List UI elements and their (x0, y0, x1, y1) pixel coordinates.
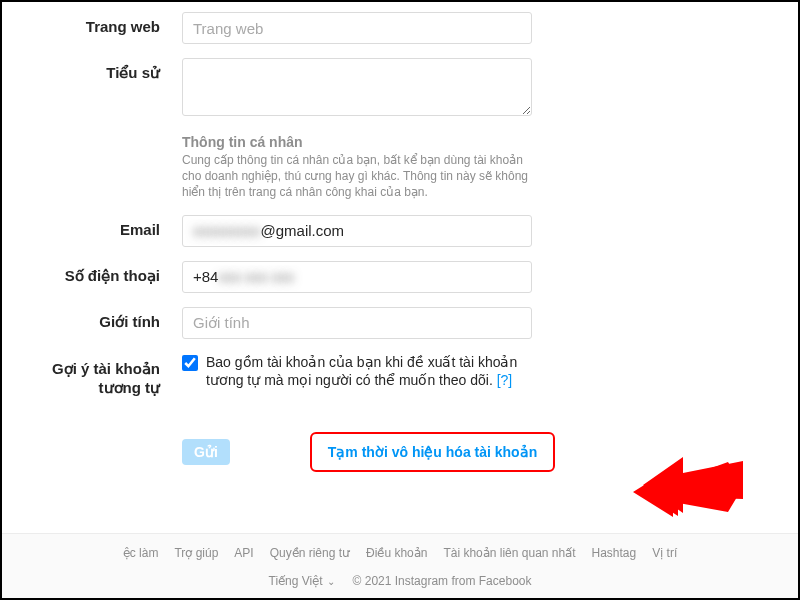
email-label: Email (12, 215, 182, 238)
gender-input[interactable] (182, 307, 532, 339)
disable-account-link[interactable]: Tạm thời vô hiệu hóa tài khoản (310, 432, 555, 472)
email-row: Email xxxxxxxxx@gmail.com (12, 215, 738, 247)
phone-row: Số điện thoại +84 xxx xxx xxx (12, 261, 738, 293)
website-row: Trang web (12, 12, 738, 44)
phone-input[interactable]: +84 xxx xxx xxx (182, 261, 532, 293)
phone-label: Số điện thoại (12, 261, 182, 285)
personal-info-desc: Cung cấp thông tin cá nhân của bạn, bất … (182, 152, 532, 201)
personal-info-heading: Thông tin cá nhân (182, 134, 532, 150)
footer-link[interactable]: Tài khoản liên quan nhất (443, 546, 575, 560)
profile-edit-form: Trang web Tiểu sử Thông tin cá nhân Cung… (2, 2, 798, 496)
footer-link[interactable]: Hashtag (592, 546, 637, 560)
footer-links: ệc làm Trợ giúp API Quyền riêng tư Điều … (10, 546, 790, 560)
similar-accounts-row: Gợi ý tài khoản tương tự Bao gồm tài kho… (12, 353, 738, 398)
gender-label: Giới tính (12, 307, 182, 331)
copyright-text: © 2021 Instagram from Facebook (353, 574, 532, 588)
footer-link[interactable]: Quyền riêng tư (270, 546, 350, 560)
similar-accounts-checkbox[interactable] (182, 355, 198, 371)
bio-textarea[interactable] (182, 58, 532, 116)
similar-accounts-text: Bao gồm tài khoản của bạn khi đề xuất tà… (206, 353, 532, 391)
submit-row: Gửi Tạm thời vô hiệu hóa tài khoản (12, 412, 738, 472)
footer-link[interactable]: Vị trí (652, 546, 677, 560)
footer-link[interactable]: Điều khoản (366, 546, 427, 560)
submit-button[interactable]: Gửi (182, 439, 230, 465)
similar-accounts-label: Gợi ý tài khoản tương tự (12, 353, 182, 398)
gender-row: Giới tính (12, 307, 738, 339)
chevron-down-icon: ⌄ (327, 576, 335, 587)
bio-label: Tiểu sử (12, 58, 182, 82)
footer-link[interactable]: API (234, 546, 253, 560)
language-selector[interactable]: Tiếng Việt ⌄ (269, 574, 335, 588)
website-label: Trang web (12, 12, 182, 35)
email-input[interactable]: xxxxxxxxx@gmail.com (182, 215, 532, 247)
bio-row: Tiểu sử (12, 58, 738, 120)
page-footer: ệc làm Trợ giúp API Quyền riêng tư Điều … (2, 533, 798, 598)
personal-info-section: Thông tin cá nhân Cung cấp thông tin cá … (12, 134, 738, 201)
footer-link[interactable]: ệc làm (123, 546, 159, 560)
footer-link[interactable]: Trợ giúp (174, 546, 218, 560)
help-link[interactable]: [?] (497, 372, 513, 388)
website-input[interactable] (182, 12, 532, 44)
